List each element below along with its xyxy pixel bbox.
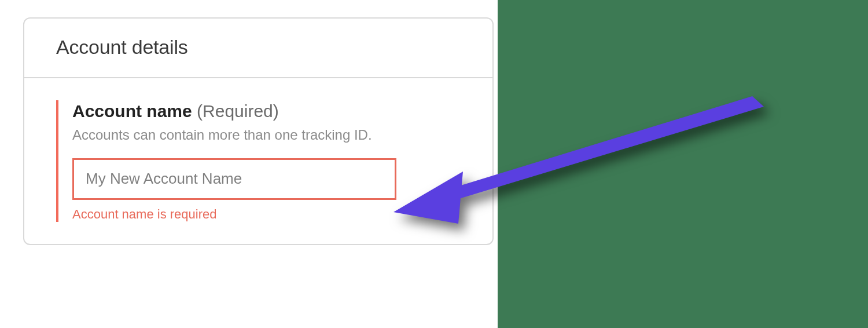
- account-name-label-row: Account name (Required): [72, 100, 466, 122]
- decorative-side-panel: [498, 0, 868, 328]
- account-name-input[interactable]: [72, 158, 396, 200]
- account-name-helper-text: Accounts can contain more than one track…: [72, 127, 466, 143]
- account-name-field-block: Account name (Required) Accounts can con…: [56, 100, 466, 222]
- card-title: Account details: [56, 36, 461, 59]
- account-name-error-text: Account name is required: [72, 207, 466, 222]
- card-body: Account name (Required) Accounts can con…: [24, 78, 492, 244]
- account-name-label: Account name: [72, 101, 192, 121]
- account-details-card: Account details Account name (Required) …: [23, 17, 494, 245]
- card-header: Account details: [24, 19, 492, 78]
- account-name-required-suffix: (Required): [197, 101, 279, 121]
